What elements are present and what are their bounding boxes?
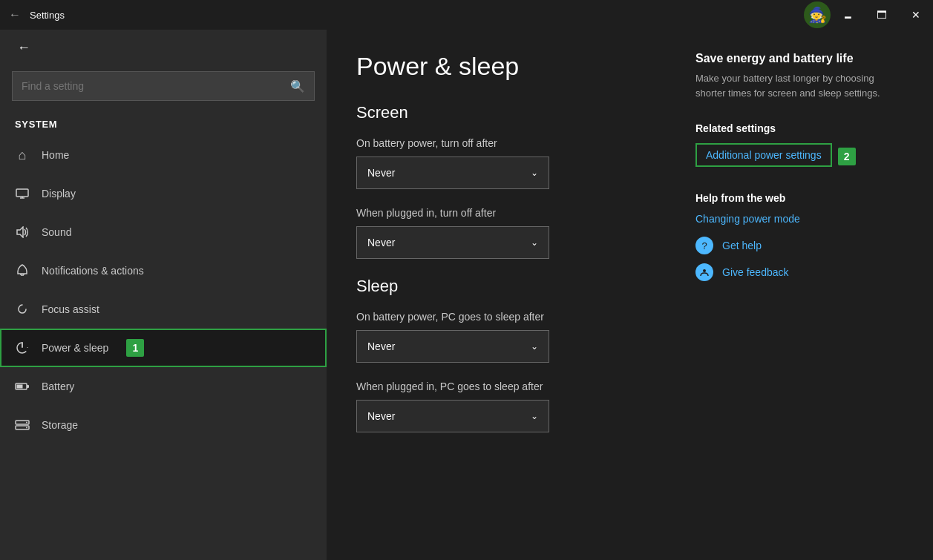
sidebar-item-label: Power & sleep [42, 342, 108, 354]
sleep-plugged-label: When plugged in, PC goes to sleep after [356, 381, 651, 392]
search-icon: 🔍 [290, 79, 305, 93]
svg-point-15 [26, 427, 27, 429]
search-input[interactable] [22, 80, 290, 92]
give-feedback-link[interactable]: Give feedback [695, 263, 903, 281]
screen-battery-dropdown[interactable]: Never ⌄ [356, 157, 549, 189]
get-help-icon: ? [695, 237, 713, 254]
main-layout: ← 🔍 System ⌂ Home Display [0, 30, 933, 560]
svg-point-16 [703, 269, 706, 272]
screen-plugged-dropdown[interactable]: Never ⌄ [356, 226, 549, 259]
sidebar-item-power[interactable]: Power & sleep 1 [0, 329, 327, 367]
info-title: Save energy and battery life [695, 52, 903, 65]
system-label: System [0, 113, 327, 136]
sidebar-item-focus[interactable]: Focus assist [0, 290, 327, 329]
additional-power-badge: 2 [838, 148, 856, 165]
titlebar-left: ← Settings [9, 8, 65, 22]
minimize-button[interactable]: 🗕 [831, 0, 865, 30]
sleep-battery-value: Never [367, 340, 395, 352]
screen-plugged-label: When plugged in, turn off after [356, 207, 651, 219]
sidebar-item-label: Notifications & actions [42, 265, 144, 277]
back-arrow-icon: ← [9, 8, 21, 22]
search-container: 🔍 [0, 65, 327, 113]
content-right: Save energy and battery life Make your b… [695, 52, 903, 538]
sleep-battery-dropdown[interactable]: Never ⌄ [356, 330, 549, 363]
search-box[interactable]: 🔍 [12, 71, 315, 101]
notifications-icon [15, 263, 30, 278]
svg-rect-0 [16, 189, 28, 197]
help-title: Help from the web [695, 192, 903, 204]
sleep-section: Sleep On battery power, PC goes to sleep… [356, 277, 651, 432]
screen-plugged-value: Never [367, 237, 395, 248]
additional-power-container: Additional power settings 2 [695, 143, 903, 170]
screen-section-title: Screen [356, 103, 651, 122]
sleep-plugged-dropdown[interactable]: Never ⌄ [356, 400, 549, 432]
additional-power-link[interactable]: Additional power settings [695, 143, 832, 167]
sidebar-item-battery[interactable]: Battery [0, 367, 327, 406]
sidebar-item-label: Home [42, 149, 69, 161]
battery-icon [15, 379, 30, 394]
chevron-down-icon-2: ⌄ [531, 237, 538, 248]
sidebar-item-label: Focus assist [42, 303, 99, 315]
content-area: Power & sleep Screen On battery power, t… [327, 30, 933, 560]
chevron-down-icon: ⌄ [531, 168, 538, 178]
sidebar-item-label: Storage [42, 419, 78, 431]
sidebar-item-home[interactable]: ⌂ Home [0, 136, 327, 174]
get-help-label: Get help [722, 240, 762, 251]
page-title: Power & sleep [356, 52, 651, 81]
titlebar: ← Settings 🧙 🗕 🗖 ✕ [0, 0, 933, 30]
changing-power-link[interactable]: Changing power mode [695, 213, 903, 225]
sleep-battery-label: On battery power, PC goes to sleep after [356, 311, 651, 323]
sound-icon [15, 225, 30, 240]
screen-battery-label: On battery power, turn off after [356, 137, 651, 149]
svg-rect-11 [17, 385, 23, 389]
sidebar-item-label: Battery [42, 381, 74, 392]
svg-rect-10 [27, 385, 29, 388]
chevron-down-icon-4: ⌄ [531, 411, 538, 421]
sleep-plugged-value: Never [367, 410, 395, 422]
content-main: Power & sleep Screen On battery power, t… [356, 52, 651, 538]
sleep-section-title: Sleep [356, 277, 651, 296]
power-badge: 1 [126, 339, 144, 357]
titlebar-controls: 🧙 🗕 🗖 ✕ [804, 0, 933, 30]
info-text: Make your battery last longer by choosin… [695, 71, 903, 100]
sidebar-top: ← [0, 30, 327, 65]
related-title: Related settings [695, 122, 903, 134]
svg-marker-3 [17, 227, 23, 237]
chevron-down-icon-3: ⌄ [531, 341, 538, 352]
sidebar-back-button[interactable]: ← [12, 36, 36, 59]
power-icon [15, 340, 30, 355]
give-feedback-label: Give feedback [722, 266, 789, 278]
screen-battery-value: Never [367, 167, 395, 179]
sidebar: ← 🔍 System ⌂ Home Display [0, 30, 327, 560]
avatar[interactable]: 🧙 [804, 1, 831, 28]
display-icon [15, 186, 30, 201]
give-feedback-icon [695, 263, 713, 281]
app-title: Settings [30, 10, 65, 21]
sidebar-item-storage[interactable]: Storage [0, 406, 327, 444]
sidebar-item-label: Sound [42, 226, 71, 238]
maximize-button[interactable]: 🗖 [865, 0, 899, 30]
close-button[interactable]: ✕ [899, 0, 933, 30]
svg-point-14 [26, 422, 27, 424]
get-help-link[interactable]: ? Get help [695, 237, 903, 254]
storage-icon [15, 418, 30, 432]
home-icon: ⌂ [15, 148, 30, 162]
sidebar-item-label: Display [42, 188, 76, 200]
sidebar-item-sound[interactable]: Sound [0, 213, 327, 251]
avatar-emoji: 🧙 [808, 6, 827, 24]
sidebar-item-notifications[interactable]: Notifications & actions [0, 251, 327, 290]
sidebar-item-display[interactable]: Display [0, 174, 327, 213]
focus-icon [15, 302, 30, 317]
